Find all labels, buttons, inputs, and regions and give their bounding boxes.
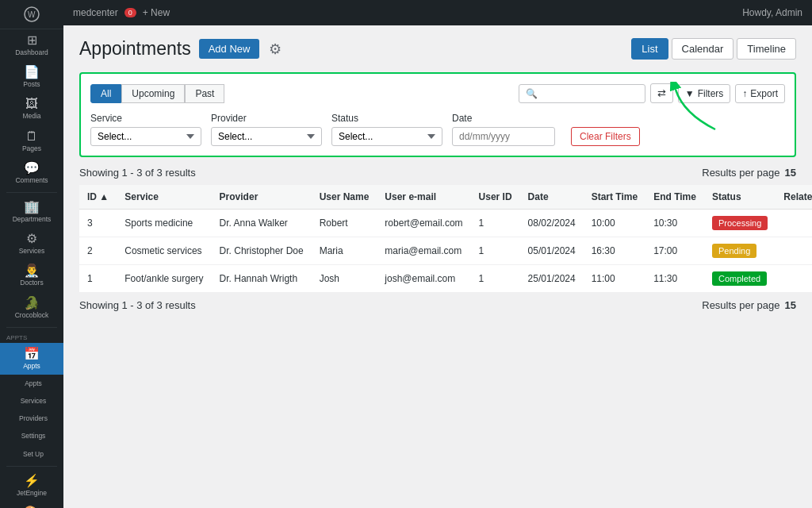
list-view-button[interactable]: List xyxy=(631,38,668,60)
sidebar-item-label: Dashboard xyxy=(15,48,48,56)
page-header: Appointments Add New ⚙ List Calendar Tim… xyxy=(79,38,796,60)
sidebar-item-appointments-sub[interactable]: Appts xyxy=(0,375,63,392)
cell-userid: 1 xyxy=(471,237,520,265)
sidebar-item-jetengine[interactable]: ⚡ JetEngine xyxy=(0,470,63,502)
sidebar-item-services-sub[interactable]: Services xyxy=(0,392,63,410)
dashboard-icon: ⊞ xyxy=(27,34,37,47)
sidebar-item-dashboard[interactable]: ⊞ Dashboard xyxy=(0,29,63,61)
add-new-button[interactable]: Add New xyxy=(199,39,260,59)
cell-end-time: 17:00 xyxy=(645,237,704,265)
filters-button[interactable]: ▼ Filters xyxy=(678,84,731,103)
columns-toggle-button[interactable]: ⇄ xyxy=(650,83,673,103)
sidebar-item-label: Services xyxy=(19,247,45,255)
export-button[interactable]: ↑ Export xyxy=(735,84,785,103)
sidebar-item-media[interactable]: 🖼 Media xyxy=(0,93,63,125)
filters-label: Filters xyxy=(698,88,724,99)
sidebar-item-posts[interactable]: 📄 Posts xyxy=(0,61,63,93)
cell-date: 25/01/2024 xyxy=(520,265,584,293)
filter-funnel-icon: ▼ xyxy=(685,88,695,99)
col-id[interactable]: ID ▲ xyxy=(79,185,117,210)
sidebar-item-label: JetEngine xyxy=(17,489,47,497)
sidebar-item-appearance[interactable]: 🎨 Appearance xyxy=(0,502,63,508)
cell-username: Josh xyxy=(312,265,377,293)
calendar-view-button[interactable]: Calendar xyxy=(672,38,734,60)
cell-date: 08/02/2024 xyxy=(520,210,584,237)
search-input[interactable] xyxy=(519,84,645,103)
sidebar-item-pages[interactable]: 🗒 Pages xyxy=(0,125,63,157)
cell-id: 2 xyxy=(79,237,117,265)
export-icon: ↑ xyxy=(742,88,747,99)
sidebar-item-appointments[interactable]: 📅 Appts xyxy=(0,343,63,375)
sidebar-divider xyxy=(6,192,57,193)
status-filter-group: Status Select... Processing Pending Comp… xyxy=(331,113,442,146)
page-title: Appointments xyxy=(79,38,191,60)
sidebar-item-label: Media xyxy=(22,112,40,120)
results-bar-bottom: Showing 1 - 3 of 3 results Results per p… xyxy=(79,299,796,311)
results-per-page-bottom: Results per page 15 xyxy=(702,299,796,311)
sidebar-item-departments[interactable]: 🏢 Departments xyxy=(0,196,63,228)
service-filter-select[interactable]: Select... Sports medicine Cosmetic servi… xyxy=(90,127,201,146)
sidebar-item-doctors[interactable]: 👨‍⚕️ Doctors xyxy=(0,260,63,291)
provider-filter-group: Provider Select... Dr. Anna Walker Dr. C… xyxy=(211,113,322,146)
cell-status: Pending xyxy=(704,237,776,265)
sidebar-item-services[interactable]: ⚙ Services xyxy=(0,228,63,260)
sidebar-item-comments[interactable]: 💬 Comments xyxy=(0,157,63,189)
date-filter-input[interactable] xyxy=(452,127,555,146)
status-filter-select[interactable]: Select... Processing Pending Completed xyxy=(331,127,442,146)
filter-tab-upcoming[interactable]: Upcoming xyxy=(121,84,185,103)
cell-end-time: 11:30 xyxy=(645,265,704,293)
filter-tabs-row: All Upcoming Past ⇄ ▼ Filters ↑ Export xyxy=(90,83,785,103)
date-filter-group: Date xyxy=(452,113,555,146)
cell-userid: 1 xyxy=(471,265,520,293)
table-row: 2 Cosmetic services Dr. Christopher Doe … xyxy=(79,237,812,265)
status-badge: Processing xyxy=(712,216,768,230)
provider-filter-select[interactable]: Select... Dr. Anna Walker Dr. Christophe… xyxy=(211,127,322,146)
cell-status: Completed xyxy=(704,265,776,293)
cell-service: Foot/ankle surgery xyxy=(117,265,211,293)
table-row: 1 Foot/ankle surgery Dr. Hannah Wrigth J… xyxy=(79,265,812,293)
filter-tab-past[interactable]: Past xyxy=(185,84,224,103)
comments-icon: 💬 xyxy=(24,162,40,175)
crocoblock-icon: 🐊 xyxy=(24,297,40,310)
appointments-icon: 📅 xyxy=(24,348,40,360)
filter-selects-row: Service Select... Sports medicine Cosmet… xyxy=(90,113,785,146)
col-start-time: Start Time xyxy=(584,185,645,210)
sidebar-sub-label: Providers xyxy=(19,414,48,422)
posts-icon: 📄 xyxy=(24,66,40,79)
sidebar-item-setup[interactable]: Set Up xyxy=(0,445,63,463)
cell-provider: Dr. Anna Walker xyxy=(212,210,312,237)
sidebar-item-label: Appts xyxy=(23,362,40,370)
sidebar-item-label: Posts xyxy=(23,80,40,88)
col-related-order: Related Order xyxy=(776,185,812,210)
svg-text:W: W xyxy=(28,10,36,19)
table-row: 3 Sports medicine Dr. Anna Walker Robert… xyxy=(79,210,812,237)
sidebar-item-label: Departments xyxy=(13,215,52,223)
sidebar-item-providers[interactable]: Providers xyxy=(0,410,63,427)
status-badge: Pending xyxy=(712,244,756,258)
pages-icon: 🗒 xyxy=(25,130,38,143)
filter-box: All Upcoming Past ⇄ ▼ Filters ↑ Export xyxy=(79,72,796,157)
wp-logo: W xyxy=(0,0,63,29)
sidebar-item-crocoblock[interactable]: 🐊 Crocoblock xyxy=(0,292,63,324)
appointments-table: ID ▲ Service Provider User Name User e-m… xyxy=(79,185,812,293)
cell-service: Sports medicine xyxy=(117,210,211,237)
timeline-view-button[interactable]: Timeline xyxy=(737,38,796,60)
col-date: Date xyxy=(520,185,584,210)
col-status: Status xyxy=(704,185,776,210)
cell-email: josh@email.com xyxy=(377,265,470,293)
cell-date: 05/01/2024 xyxy=(520,237,584,265)
status-filter-label: Status xyxy=(331,113,442,124)
per-page-value-bottom: 15 xyxy=(785,299,796,311)
provider-filter-label: Provider xyxy=(211,113,322,124)
table-header-row: ID ▲ Service Provider User Name User e-m… xyxy=(79,185,812,210)
results-summary-bottom: Showing 1 - 3 of 3 results xyxy=(79,299,196,311)
cell-start-time: 11:00 xyxy=(584,265,645,293)
table-header: ID ▲ Service Provider User Name User e-m… xyxy=(79,185,812,210)
col-email: User e-mail xyxy=(377,185,470,210)
clear-filters-button[interactable]: Clear Filters xyxy=(571,127,640,146)
sidebar-item-settings-sub[interactable]: Settings xyxy=(0,427,63,444)
gear-settings-button[interactable]: ⚙ xyxy=(267,39,283,60)
filter-tab-all[interactable]: All xyxy=(90,84,121,103)
cell-id: 1 xyxy=(79,265,117,293)
cell-email: maria@email.com xyxy=(377,237,470,265)
